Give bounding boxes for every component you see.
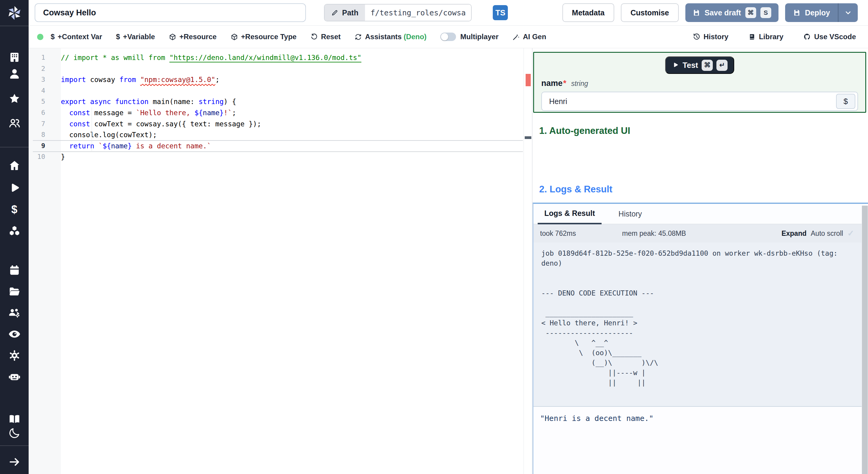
log-output: job 0189d64f-812b-525e-f020-652bd9da1100…: [533, 242, 868, 406]
sidebar-item-workspace[interactable]: [0, 48, 29, 66]
assistants-button[interactable]: Assistants (Deno): [354, 33, 427, 41]
sidebar-item-ai[interactable]: [0, 368, 29, 386]
star-icon: [8, 93, 21, 105]
customise-button[interactable]: Customise: [621, 3, 679, 22]
folder-open-icon: [8, 285, 21, 298]
add-resource-button[interactable]: +Resource: [169, 33, 216, 41]
dollar-icon: $: [11, 203, 17, 216]
save-icon: [692, 9, 701, 17]
user-icon: [8, 67, 21, 80]
arrow-right-icon: [8, 455, 21, 468]
sidebar: $: [0, 0, 29, 474]
multiplayer-toggle[interactable]: [440, 33, 456, 41]
use-vscode-button[interactable]: Use VScode: [803, 33, 856, 41]
tab-history[interactable]: History: [612, 204, 649, 224]
kbd-cmd: ⌘: [702, 60, 713, 71]
metadata-button[interactable]: Metadata: [562, 3, 614, 22]
toggle-knob: [441, 33, 448, 40]
sidebar-item-folders[interactable]: [0, 283, 29, 301]
add-resource-type-button[interactable]: +Resource Type: [230, 33, 297, 41]
add-resource-type-label: +Resource Type: [241, 33, 297, 41]
path-label: Path: [342, 8, 358, 17]
sidebar-divider: [0, 26, 29, 26]
reset-label: Reset: [321, 33, 341, 41]
sidebar-item-settings[interactable]: [0, 347, 29, 364]
name-field[interactable]: [541, 92, 858, 111]
sidebar-item-runs[interactable]: [0, 179, 29, 197]
kbd-cmd: ⌘: [745, 7, 756, 18]
library-button[interactable]: Library: [748, 33, 783, 41]
gear-icon: [8, 349, 21, 362]
robot-icon: [8, 370, 21, 384]
test-button[interactable]: Test ⌘ ↵: [665, 56, 735, 74]
chevron-down-icon: [844, 9, 852, 17]
variable-picker-button[interactable]: $: [836, 94, 855, 109]
logs-result-panel: Logs & Result History took 762ms mem pea…: [532, 203, 868, 474]
ai-gen-button[interactable]: AI Gen: [513, 33, 546, 41]
windmill-logo[interactable]: [0, 4, 29, 22]
save-draft-button[interactable]: Save draft ⌘ S: [685, 3, 778, 22]
play-icon: [672, 61, 679, 69]
sidebar-item-groups[interactable]: [0, 114, 29, 132]
add-variable-button[interactable]: $ +Variable: [116, 33, 155, 41]
sidebar-item-schedules[interactable]: [0, 261, 29, 279]
add-context-var-button[interactable]: $ +Context Var: [51, 33, 102, 41]
deploy-label: Deploy: [805, 8, 830, 17]
sidebar-item-user[interactable]: [0, 65, 29, 83]
magic-wand-icon: [513, 33, 520, 41]
main-column: Path f/testing_roles/cowsa TS Metadata C…: [29, 0, 868, 474]
required-mark: *: [563, 79, 567, 88]
add-variable-label: +Variable: [123, 33, 155, 41]
building-icon: [8, 51, 21, 63]
scrollbar-thumb[interactable]: [862, 206, 868, 474]
sidebar-item-home[interactable]: [0, 156, 29, 175]
assistants-label: Assistants (Deno): [365, 33, 427, 41]
line-numbers: 12345678910: [29, 48, 61, 474]
result-output: "Henri is a decent name.": [533, 406, 868, 474]
book-open-icon: [8, 413, 21, 425]
calendar-icon: [8, 264, 21, 276]
test-label: Test: [683, 61, 698, 70]
preview-panel: Test ⌘ ↵ name* string $ 1. Auto-gener: [532, 48, 868, 474]
cursor-marker: [525, 136, 531, 139]
auto-generated-form: Test ⌘ ↵ name* string $: [533, 52, 866, 113]
sidebar-item-workers[interactable]: [0, 304, 29, 322]
reset-button[interactable]: Reset: [310, 33, 341, 41]
code-lines[interactable]: // import * as wmill from "https://deno.…: [61, 48, 524, 474]
deploy-button[interactable]: Deploy: [785, 3, 838, 22]
sidebar-item-resources[interactable]: [0, 221, 29, 240]
code-editor[interactable]: 12345678910 // import * as wmill from "h…: [29, 48, 532, 474]
vscode-icon: [803, 33, 811, 41]
path-value[interactable]: f/testing_roles/cowsa: [365, 4, 471, 21]
library-label: Library: [759, 33, 783, 41]
deploy-dropdown-button[interactable]: [838, 3, 858, 22]
run-meta-bar: took 762ms mem peak: 45.08MB Expand Auto…: [533, 224, 868, 242]
sidebar-item-dark-mode[interactable]: [0, 424, 29, 442]
section-heading-logs: 2. Logs & Result: [539, 184, 868, 195]
deploy-button-group: Deploy: [785, 3, 858, 22]
sidebar-item-variables[interactable]: $: [0, 201, 29, 218]
history-label: History: [704, 33, 728, 41]
auto-scroll-toggle[interactable]: Auto scroll: [811, 230, 843, 238]
dollar-icon: $: [116, 33, 120, 41]
cubes-icon: [8, 224, 21, 237]
pencil-icon: [331, 9, 338, 16]
save-icon: [793, 9, 801, 17]
scrollbar: [862, 206, 868, 474]
workspace: 12345678910 // import * as wmill from "h…: [29, 48, 868, 474]
sidebar-item-audit-logs[interactable]: [0, 325, 29, 343]
script-title-input[interactable]: [35, 3, 306, 22]
history-button[interactable]: History: [692, 33, 728, 41]
assistants-lang: (Deno): [404, 33, 427, 41]
sidebar-expand-button[interactable]: [0, 453, 29, 471]
eye-icon: [8, 327, 21, 341]
edit-path-button[interactable]: Path: [324, 4, 365, 21]
sidebar-item-favorites[interactable]: [0, 90, 29, 108]
ai-gen-label: AI Gen: [523, 33, 546, 41]
package-icon: [230, 33, 238, 41]
run-mem-peak: mem peak: 45.08MB: [622, 230, 781, 238]
expand-button[interactable]: Expand: [781, 230, 807, 238]
field-type: string: [571, 80, 588, 88]
save-draft-label: Save draft: [705, 8, 741, 17]
tab-logs-result[interactable]: Logs & Result: [538, 204, 601, 224]
